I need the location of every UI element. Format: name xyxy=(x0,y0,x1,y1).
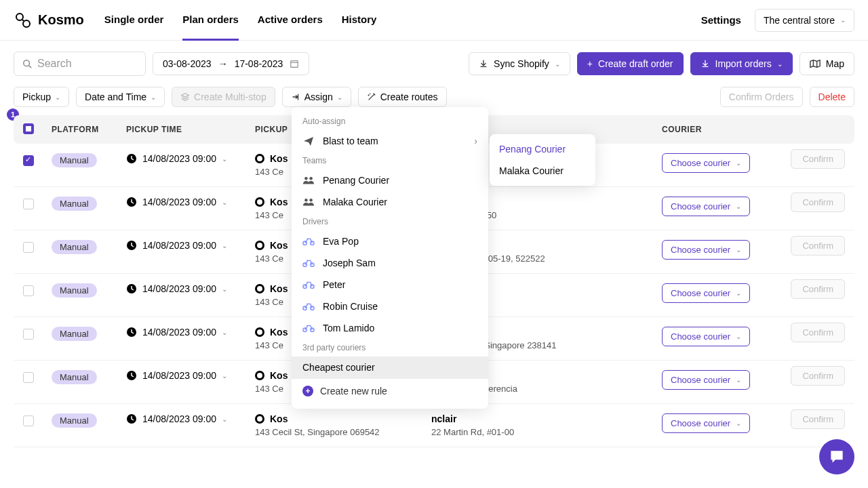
assign-button[interactable]: Assign ⌄ xyxy=(282,87,351,107)
plus-icon: + xyxy=(587,58,593,69)
bike-icon xyxy=(302,258,315,268)
team-item[interactable]: Malaka Courier xyxy=(292,191,488,213)
confirm-button[interactable]: Confirm xyxy=(791,366,845,386)
map-button[interactable]: Map xyxy=(800,52,854,75)
pickup-label: Pickup xyxy=(22,92,51,102)
multistop-button: Create Multi-stop xyxy=(172,87,275,107)
map-label: Map xyxy=(826,58,844,69)
create-rule-label: Create new rule xyxy=(320,386,387,396)
date-from: 03-08-2023 xyxy=(163,58,212,69)
confirm-orders-button[interactable]: Confirm Orders xyxy=(720,87,803,107)
row-checkbox[interactable] xyxy=(23,329,34,340)
choose-courier-button[interactable]: Choose courier⌄ xyxy=(662,240,750,260)
chevron-down-icon: ⌄ xyxy=(736,159,741,167)
toolbar: Search 03-08-2023 → 17-08-2023 Sync Shop… xyxy=(0,41,868,87)
pickup-marker-icon xyxy=(255,241,264,250)
chevron-down-icon: ⌄ xyxy=(736,203,741,210)
sync-shopify-button[interactable]: Sync Shopify ⌄ xyxy=(469,52,570,75)
logo[interactable]: Kosmo xyxy=(14,11,84,30)
date-range-picker[interactable]: 03-08-2023 → 17-08-2023 xyxy=(153,52,309,75)
driver-item[interactable]: Robin Cruise xyxy=(292,296,488,317)
row-checkbox[interactable] xyxy=(23,415,34,426)
choose-courier-button[interactable]: Choose courier⌄ xyxy=(662,413,750,433)
create-draft-button[interactable]: + Create draft order xyxy=(577,52,684,75)
table-row: Manual14/08/2023 09:00⌄Kos143 Cecil St, … xyxy=(14,404,854,447)
chevron-down-icon: ⌄ xyxy=(222,329,227,336)
chat-fab[interactable] xyxy=(819,439,854,474)
svg-point-18 xyxy=(311,241,314,245)
bike-icon xyxy=(302,323,315,333)
pickup-time[interactable]: 14/08/2023 09:00⌄ xyxy=(126,327,255,338)
confirm-button[interactable]: Confirm xyxy=(791,149,845,169)
chevron-down-icon: ⌄ xyxy=(777,60,783,68)
wand-icon xyxy=(367,92,376,102)
import-orders-button[interactable]: Import orders ⌄ xyxy=(690,52,793,75)
drivers-label: Drivers xyxy=(292,213,488,230)
confirm-button[interactable]: Confirm xyxy=(791,409,845,429)
search-input[interactable]: Search xyxy=(14,52,146,76)
calendar-icon xyxy=(290,59,299,68)
driver-item[interactable]: Tom Lamido xyxy=(292,317,488,339)
row-checkbox[interactable] xyxy=(23,372,34,383)
settings-link[interactable]: Settings xyxy=(701,14,741,26)
teams-label: Teams xyxy=(292,152,488,169)
team-item[interactable]: Penang Courier xyxy=(292,169,488,191)
row-checkbox[interactable] xyxy=(23,242,34,253)
driver-item[interactable]: Eva Pop xyxy=(292,230,488,252)
send-icon xyxy=(302,136,315,146)
submenu-item[interactable]: Penang Courier xyxy=(490,138,595,160)
driver-item[interactable]: Peter xyxy=(292,274,488,296)
pickup-name: Kos xyxy=(270,197,288,207)
pickup-time[interactable]: 14/08/2023 09:00⌄ xyxy=(126,370,255,381)
pickup-marker-icon xyxy=(255,327,264,337)
nav-single-order[interactable]: Single order xyxy=(104,0,164,41)
delete-label: Delete xyxy=(818,92,846,102)
datetime-filter[interactable]: Date and Time ⌄ xyxy=(76,87,165,107)
pickup-address: 143 Cecil St, Singapore 069542 xyxy=(255,427,431,437)
pickup-filter[interactable]: Pickup ⌄ xyxy=(14,87,69,107)
row-checkbox[interactable] xyxy=(23,199,34,209)
nav-active-orders[interactable]: Active orders xyxy=(258,0,323,41)
svg-point-0 xyxy=(16,14,23,20)
cheapest-courier-item[interactable]: Cheapest courier xyxy=(292,357,488,378)
confirm-label: Confirm Orders xyxy=(729,92,794,102)
choose-courier-button[interactable]: Choose courier⌄ xyxy=(662,153,750,173)
choose-courier-button[interactable]: Choose courier⌄ xyxy=(662,283,750,303)
pickup-time[interactable]: 14/08/2023 09:00⌄ xyxy=(126,197,255,207)
pickup-time[interactable]: 14/08/2023 09:00⌄ xyxy=(126,240,255,251)
nav-history[interactable]: History xyxy=(342,0,377,41)
chevron-down-icon: ⌄ xyxy=(222,155,227,163)
routes-button[interactable]: Create routes xyxy=(358,87,447,107)
pickup-name: Kos xyxy=(270,370,288,381)
date-to: 17-08-2023 xyxy=(235,58,283,69)
choose-courier-button[interactable]: Choose courier⌄ xyxy=(662,327,750,346)
pickup-marker-icon xyxy=(255,154,264,163)
confirm-button[interactable]: Confirm xyxy=(791,323,845,342)
choose-courier-button[interactable]: Choose courier⌄ xyxy=(662,197,750,216)
select-all-checkbox[interactable] xyxy=(23,123,34,134)
confirm-button[interactable]: Confirm xyxy=(791,236,845,256)
assign-dropdown: Auto-assign Blast to team › Teams Penang… xyxy=(292,107,488,409)
pickup-time[interactable]: 14/08/2023 09:00⌄ xyxy=(126,283,255,294)
search-placeholder: Search xyxy=(37,58,72,70)
row-checkbox[interactable] xyxy=(23,155,34,166)
chevron-down-icon: ⌄ xyxy=(55,94,60,101)
confirm-button[interactable]: Confirm xyxy=(791,192,845,212)
delete-button[interactable]: Delete xyxy=(810,87,854,107)
map-icon xyxy=(810,59,821,68)
nav-plan-orders[interactable]: Plan orders xyxy=(182,0,239,41)
blast-to-team-item[interactable]: Blast to team › xyxy=(292,130,488,152)
row-checkbox[interactable] xyxy=(23,285,34,296)
pickup-time[interactable]: 14/08/2023 09:00⌄ xyxy=(126,153,255,164)
choose-courier-button[interactable]: Choose courier⌄ xyxy=(662,370,750,390)
plus-circle-icon: + xyxy=(302,386,313,396)
download-icon xyxy=(479,59,488,68)
driver-item[interactable]: Joseph Sam xyxy=(292,252,488,274)
pickup-time[interactable]: 14/08/2023 09:00⌄ xyxy=(126,413,255,424)
store-select[interactable]: The central store ⌄ xyxy=(755,9,854,32)
pickup-marker-icon xyxy=(255,197,264,207)
confirm-button[interactable]: Confirm xyxy=(791,279,845,299)
submenu-item[interactable]: Malaka Courier xyxy=(490,160,595,182)
multistop-label: Create Multi-stop xyxy=(194,92,267,102)
create-rule-item[interactable]: + Create new rule xyxy=(292,378,488,403)
